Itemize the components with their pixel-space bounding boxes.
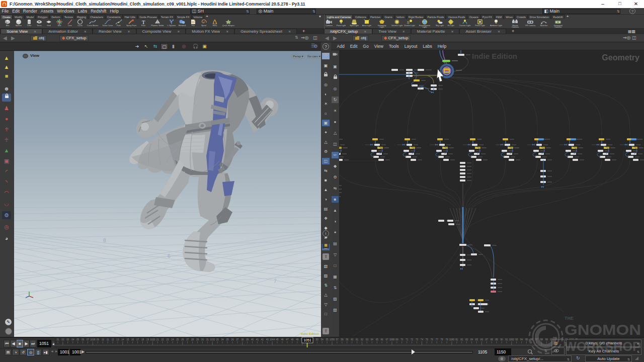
svg-text:18: 18 — [141, 338, 144, 341]
svg-text:1080: 1080 — [449, 338, 455, 341]
svg-text:1092: 1092 — [509, 338, 515, 341]
svg-text:69: 69 — [395, 338, 398, 341]
svg-text:90: 90 — [500, 338, 503, 341]
svg-text:60: 60 — [351, 338, 354, 341]
svg-text:33: 33 — [216, 338, 219, 341]
svg-text:04: 04 — [71, 338, 74, 341]
svg-text:06: 06 — [82, 338, 85, 341]
svg-text:81: 81 — [455, 338, 458, 341]
svg-text:1056: 1056 — [330, 338, 335, 341]
svg-text:59: 59 — [346, 338, 349, 341]
svg-text:30: 30 — [201, 338, 204, 341]
svg-text:07: 07 — [87, 338, 90, 341]
svg-text:96: 96 — [530, 338, 533, 341]
svg-text:43: 43 — [266, 338, 269, 341]
svg-text:1008: 1008 — [90, 338, 96, 341]
svg-text:17: 17 — [136, 338, 139, 341]
svg-text:Indie Edition: Indie Edition — [472, 52, 517, 60]
svg-text:88: 88 — [491, 338, 494, 341]
svg-text:7: 7 — [274, 279, 277, 284]
svg-text:62: 62 — [361, 338, 364, 341]
svg-text:57: 57 — [336, 338, 339, 341]
svg-text:79: 79 — [445, 338, 448, 341]
svg-text:Geometry: Geometry — [602, 53, 639, 62]
svg-text:34: 34 — [221, 338, 224, 341]
svg-text:13: 13 — [116, 338, 119, 341]
svg-text:76: 76 — [431, 338, 434, 341]
svg-text:82: 82 — [460, 338, 463, 341]
svg-text:24: 24 — [171, 338, 174, 341]
svg-text:48: 48 — [291, 338, 294, 341]
svg-text:1020: 1020 — [150, 338, 155, 341]
svg-text:40: 40 — [251, 338, 254, 341]
svg-text:67: 67 — [386, 338, 389, 341]
svg-text:6: 6 — [168, 253, 171, 259]
svg-text:47: 47 — [286, 338, 289, 341]
svg-text:94: 94 — [520, 338, 523, 341]
svg-text:85: 85 — [475, 338, 478, 341]
svg-text:35: 35 — [226, 338, 229, 341]
svg-text:25: 25 — [176, 338, 179, 341]
svg-text:26: 26 — [181, 338, 184, 341]
svg-text:14: 14 — [121, 338, 124, 341]
svg-text:10: 10 — [102, 338, 105, 341]
svg-text:16: 16 — [131, 338, 134, 341]
svg-text:55: 55 — [326, 338, 329, 341]
svg-text:38: 38 — [241, 338, 244, 341]
svg-text:1068: 1068 — [389, 338, 395, 341]
svg-text:11: 11 — [107, 338, 109, 341]
svg-text:23: 23 — [166, 338, 169, 341]
svg-text:15: 15 — [126, 338, 129, 341]
svg-text:37: 37 — [236, 338, 239, 341]
svg-text:66: 66 — [381, 338, 384, 341]
svg-text:05: 05 — [76, 338, 79, 341]
svg-text:03: 03 — [66, 338, 69, 341]
svg-text:72: 72 — [411, 338, 414, 341]
svg-text:89: 89 — [496, 338, 499, 341]
svg-text:09: 09 — [97, 338, 100, 341]
svg-text:01: 01 — [56, 338, 59, 341]
svg-text:78: 78 — [441, 338, 444, 341]
svg-text:21: 21 — [156, 338, 159, 341]
svg-text:1032: 1032 — [210, 338, 215, 341]
svg-text:8: 8 — [103, 238, 106, 243]
svg-text:77: 77 — [436, 338, 439, 341]
svg-text:70: 70 — [400, 338, 404, 341]
svg-text:46: 46 — [281, 338, 284, 341]
svg-text:29: 29 — [196, 338, 199, 341]
svg-text:86: 86 — [480, 338, 484, 341]
svg-text:02: 02 — [61, 338, 64, 341]
svg-text:1051: 1051 — [303, 338, 311, 342]
svg-text:31: 31 — [206, 338, 209, 341]
svg-text:22: 22 — [162, 338, 165, 341]
svg-text:95: 95 — [525, 338, 528, 341]
svg-text:63: 63 — [366, 338, 369, 341]
svg-text:64: 64 — [371, 338, 374, 341]
svg-text:12: 12 — [111, 338, 114, 341]
svg-text:65: 65 — [376, 338, 379, 341]
svg-text:58: 58 — [341, 338, 344, 341]
svg-text:73: 73 — [416, 338, 419, 341]
svg-text:84: 84 — [470, 338, 473, 341]
svg-text:54: 54 — [321, 338, 324, 341]
svg-text:83: 83 — [465, 338, 468, 341]
svg-text:93: 93 — [515, 338, 518, 341]
svg-text:45: 45 — [276, 338, 279, 341]
svg-text:91: 91 — [505, 338, 508, 341]
svg-text:53: 53 — [316, 338, 319, 341]
svg-text:42: 42 — [261, 338, 264, 341]
svg-text:28: 28 — [191, 338, 194, 341]
svg-text:41: 41 — [256, 338, 259, 341]
svg-text:87: 87 — [486, 338, 489, 341]
svg-text:61: 61 — [356, 338, 359, 341]
svg-text:36: 36 — [231, 338, 234, 341]
svg-text:71: 71 — [406, 338, 409, 341]
svg-text:98: 98 — [540, 338, 543, 341]
svg-text:74: 74 — [421, 338, 424, 341]
svg-text:39: 39 — [246, 338, 249, 341]
svg-text:27: 27 — [186, 338, 189, 341]
svg-text:49: 49 — [296, 338, 299, 341]
svg-text:97: 97 — [535, 338, 538, 341]
svg-text:1044: 1044 — [270, 338, 275, 341]
svg-text:19: 19 — [146, 338, 149, 341]
